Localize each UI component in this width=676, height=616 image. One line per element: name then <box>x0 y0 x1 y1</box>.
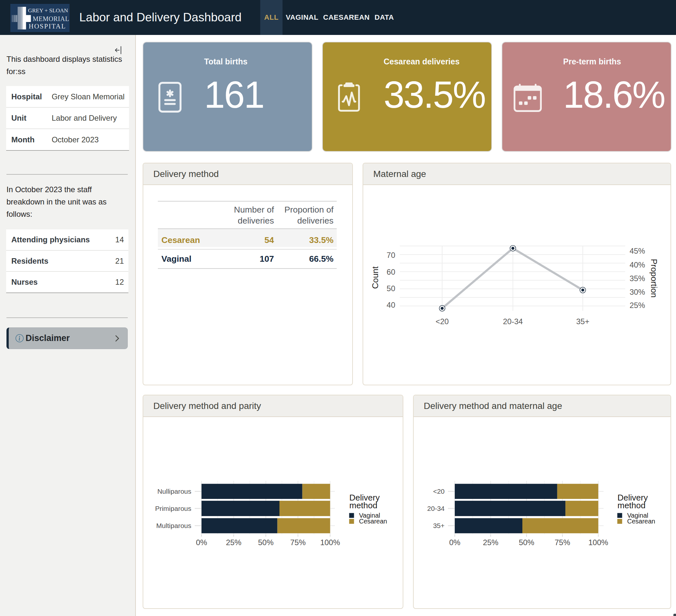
svg-text:Cesarean: Cesarean <box>161 235 200 245</box>
svg-text:50%: 50% <box>519 538 534 547</box>
svg-text:35+: 35+ <box>576 317 589 326</box>
svg-text:50: 50 <box>387 284 395 293</box>
svg-text:40: 40 <box>387 300 395 309</box>
svg-text:Proportion of: Proportion of <box>284 205 333 215</box>
svg-text:20-34: 20-34 <box>503 317 523 326</box>
svg-text:20-34: 20-34 <box>427 505 445 512</box>
svg-text:Primiparous: Primiparous <box>155 505 191 512</box>
svg-text:30%: 30% <box>629 288 645 296</box>
svg-text:0%: 0% <box>196 538 207 547</box>
svg-text:MEMORIAL: MEMORIAL <box>33 15 69 22</box>
svg-text:deliveries: deliveries <box>297 216 333 225</box>
svg-text:Nulliparous: Nulliparous <box>157 488 191 495</box>
svg-text:Multiparous: Multiparous <box>156 522 191 529</box>
svg-text:50%: 50% <box>258 538 274 547</box>
svg-text:54: 54 <box>265 235 274 245</box>
svg-text:method: method <box>349 501 378 510</box>
svg-text:100%: 100% <box>588 538 608 547</box>
svg-text:method: method <box>617 501 645 510</box>
svg-text:100%: 100% <box>320 538 340 547</box>
svg-text:70: 70 <box>387 251 395 260</box>
svg-text:Cesarean: Cesarean <box>627 518 655 525</box>
svg-text:HOSPITAL: HOSPITAL <box>29 22 66 30</box>
svg-text:25%: 25% <box>629 301 645 310</box>
svg-text:Number of: Number of <box>234 205 274 215</box>
svg-text:35%: 35% <box>629 274 645 283</box>
svg-text:<20: <20 <box>436 317 449 326</box>
svg-text:75%: 75% <box>555 538 570 547</box>
svg-text:60: 60 <box>387 268 395 276</box>
svg-text:33.5%: 33.5% <box>309 235 333 245</box>
svg-text:deliveries: deliveries <box>238 216 274 225</box>
svg-text:107: 107 <box>260 254 274 264</box>
svg-text:<20: <20 <box>433 488 445 495</box>
svg-text:75%: 75% <box>290 538 306 547</box>
svg-text:GREY + SLOAN: GREY + SLOAN <box>28 7 68 14</box>
svg-text:Count: Count <box>370 266 380 289</box>
svg-text:Vaginal: Vaginal <box>161 254 191 264</box>
svg-text:66.5%: 66.5% <box>309 254 333 264</box>
svg-text:40%: 40% <box>629 261 645 269</box>
svg-text:25%: 25% <box>226 538 241 547</box>
svg-text:35+: 35+ <box>433 522 445 529</box>
svg-text:Cesarean: Cesarean <box>359 518 387 525</box>
svg-text:0%: 0% <box>449 538 461 547</box>
svg-text:Proportion: Proportion <box>649 259 659 298</box>
svg-text:45%: 45% <box>629 246 645 255</box>
svg-text:25%: 25% <box>483 538 498 547</box>
